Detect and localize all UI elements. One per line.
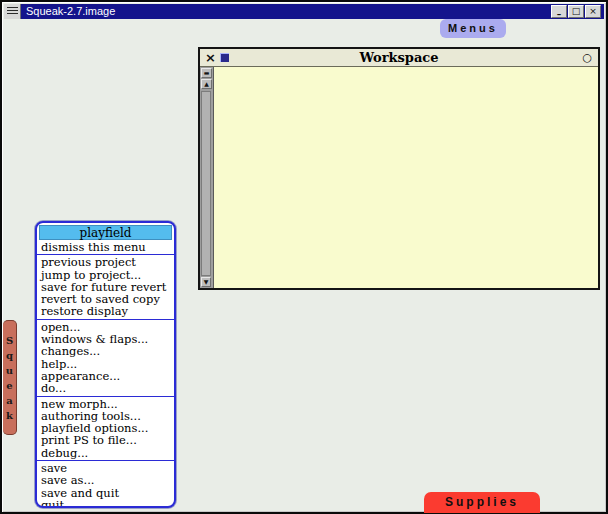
squeak-tab-letter: u [6, 363, 13, 378]
app-titlebar: Squeak-2.7.image – □ × [4, 4, 604, 19]
playfield-menu-title[interactable]: playfield [39, 225, 172, 240]
workspace-title: Workspace [200, 49, 598, 67]
app-window: Squeak-2.7.image – □ × Menus Squeak Supp… [0, 0, 608, 514]
workspace-menu-icon[interactable] [220, 53, 229, 62]
scrollbar-menu-icon: ▬ [204, 69, 210, 76]
workspace-collapse-icon[interactable]: ○ [582, 50, 598, 66]
workspace-window: × Workspace ○ ▬ ▲ ▼ [198, 47, 600, 290]
playfield-menu: playfield dismiss this menuprevious proj… [35, 221, 176, 508]
supplies-flap-tab[interactable]: Supplies [424, 492, 540, 513]
menu-item-new-morph[interactable]: new morph... [37, 398, 174, 410]
squeak-tab-letter: k [6, 408, 13, 423]
menu-item-previous-project[interactable]: previous project [37, 256, 174, 268]
scrollbar-menu-button[interactable]: ▬ [201, 68, 212, 78]
menu-item-do[interactable]: do... [37, 382, 174, 394]
scrollbar-down-button[interactable]: ▼ [201, 277, 211, 287]
minimize-button[interactable]: – [551, 5, 567, 18]
menu-item-print-ps-to-file[interactable]: print PS to file... [37, 434, 174, 446]
maximize-icon: □ [572, 6, 581, 16]
squeak-tab-letter: q [6, 348, 13, 363]
minimize-icon: – [552, 9, 566, 20]
menu-item-debug[interactable]: debug... [37, 447, 174, 459]
hamburger-icon [7, 7, 18, 16]
close-button[interactable]: × [585, 5, 601, 18]
scrollbar-up-button[interactable]: ▲ [201, 79, 212, 89]
window-controls: – □ × [551, 4, 604, 19]
system-menu-button[interactable] [4, 4, 21, 19]
squeak-tab-letter: e [6, 378, 12, 393]
scroll-down-icon: ▼ [204, 278, 209, 285]
squeak-flap-tab[interactable]: Squeak [3, 320, 17, 435]
maximize-button[interactable]: □ [568, 5, 584, 18]
squeak-tab-letter: a [6, 393, 12, 408]
workspace-body: ▬ ▲ ▼ [200, 67, 598, 288]
scroll-up-icon: ▲ [204, 80, 209, 87]
squeak-tab-letter: S [6, 333, 13, 348]
menu-item-dismiss-this-menu[interactable]: dismiss this menu [37, 241, 174, 253]
app-title: Squeak-2.7.image [21, 4, 551, 19]
workspace-text-area[interactable] [215, 67, 598, 288]
scrollbar-thumb[interactable] [201, 91, 211, 276]
workspace-scrollbar[interactable]: ▬ ▲ ▼ [200, 67, 214, 288]
menu-item-restore-display[interactable]: restore display [37, 305, 174, 317]
menu-item-quit[interactable]: quit [37, 499, 174, 508]
menus-flap-tab[interactable]: Menus [440, 19, 506, 38]
close-icon: × [589, 6, 597, 16]
menu-item-save-as[interactable]: save as... [37, 474, 174, 486]
playfield-menu-items: dismiss this menuprevious projectjump to… [37, 241, 174, 508]
workspace-titlebar[interactable]: × Workspace ○ [200, 49, 598, 67]
workspace-close-icon[interactable]: × [200, 50, 220, 66]
menu-item-changes[interactable]: changes... [37, 345, 174, 357]
